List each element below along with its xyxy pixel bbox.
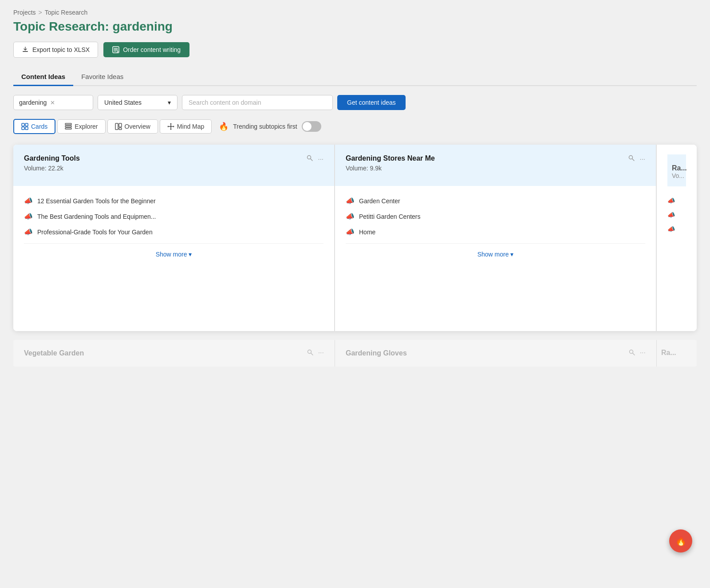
order-icon xyxy=(112,46,119,53)
domain-search-input[interactable]: Search content on domain xyxy=(182,95,333,110)
search-icon[interactable] xyxy=(628,349,635,358)
megaphone-icon: 📣 xyxy=(24,212,33,221)
svg-rect-0 xyxy=(23,51,28,52)
get-content-ideas-button[interactable]: Get content ideas xyxy=(337,95,406,110)
card-actions: ··· xyxy=(306,154,323,163)
svg-rect-3 xyxy=(25,123,28,126)
svg-point-20 xyxy=(173,126,174,127)
view-tabs: Cards Explorer Overview xyxy=(13,119,697,134)
chevron-down-icon: ▾ xyxy=(168,99,171,106)
megaphone-icon: 📣 xyxy=(346,197,355,205)
svg-point-12 xyxy=(170,126,172,127)
megaphone-icon: 📣 xyxy=(667,211,675,218)
tab-favorite-ideas[interactable]: Favorite Ideas xyxy=(73,68,131,86)
megaphone-icon: 📣 xyxy=(24,197,33,205)
svg-point-14 xyxy=(170,123,171,125)
megaphone-icon: 📣 xyxy=(346,228,355,236)
clear-keyword-icon[interactable]: ✕ xyxy=(50,99,55,106)
country-select[interactable]: United States ▾ xyxy=(98,95,178,110)
card-title: Gardening Stores Near Me xyxy=(346,154,435,162)
breadcrumb-separator: > xyxy=(39,9,42,16)
list-item: 📣 12 Essential Garden Tools for the Begi… xyxy=(24,193,323,209)
search-card-icon[interactable] xyxy=(628,154,635,163)
list-item: 📣 xyxy=(667,193,686,208)
page-title: Topic Research: gardening xyxy=(13,20,697,34)
view-tab-mindmap[interactable]: Mind Map xyxy=(160,119,212,134)
card-header: Gardening Stores Near Me ··· xyxy=(346,154,645,163)
svg-line-28 xyxy=(632,353,635,355)
card-actions: ··· xyxy=(628,154,645,163)
bottom-card-partial: Ra... xyxy=(657,340,697,367)
search-icon[interactable] xyxy=(307,349,314,358)
view-tab-cards[interactable]: Cards xyxy=(13,119,55,134)
svg-point-16 xyxy=(170,129,171,130)
svg-rect-10 xyxy=(119,123,122,127)
view-tab-explorer[interactable]: Explorer xyxy=(57,119,105,134)
export-button[interactable]: Export topic to XLSX xyxy=(13,42,98,58)
toolbar: Export topic to XLSX Order content writi… xyxy=(13,42,697,58)
svg-rect-5 xyxy=(25,127,28,130)
trending-toggle-container: 🔥 Trending subtopics first xyxy=(219,121,321,132)
trending-toggle-switch[interactable] xyxy=(302,121,321,132)
fire-icon: 🔥 xyxy=(219,122,229,131)
card-title: Gardening Tools xyxy=(24,154,80,162)
show-more-button[interactable]: Show more ▾ xyxy=(346,243,645,265)
svg-point-18 xyxy=(167,126,169,127)
svg-rect-11 xyxy=(119,128,122,130)
export-icon xyxy=(22,46,29,53)
bottom-card-title: Vegetable Garden xyxy=(24,349,84,357)
svg-rect-8 xyxy=(65,128,71,129)
bottom-card-vegetable: Vegetable Garden ··· xyxy=(13,340,335,367)
card-items: 📣 Garden Center 📣 Petitti Garden Centers… xyxy=(346,186,645,240)
bottom-card-gloves: Gardening Gloves ··· xyxy=(335,340,656,367)
list-item: 📣 xyxy=(667,208,686,222)
tab-content-ideas[interactable]: Content Ideas xyxy=(13,68,73,86)
explorer-icon xyxy=(65,123,72,130)
show-more-button[interactable]: Show more ▾ xyxy=(24,243,323,265)
breadcrumb-root[interactable]: Projects xyxy=(13,9,36,16)
svg-line-26 xyxy=(311,353,313,355)
breadcrumb-current: Topic Research xyxy=(45,9,88,16)
mindmap-icon xyxy=(167,123,174,130)
cards-icon xyxy=(21,123,28,130)
order-content-button[interactable]: Order content writing xyxy=(103,42,189,57)
partial-card-volume: Vo... xyxy=(672,172,682,179)
list-item: 📣 Garden Center xyxy=(346,193,645,209)
list-item: 📣 Petitti Garden Centers xyxy=(346,209,645,224)
breadcrumb: Projects > Topic Research xyxy=(13,9,697,16)
partial-card-title: Ra... xyxy=(672,164,682,172)
more-options-icon[interactable]: ··· xyxy=(640,349,646,358)
search-bar: gardening ✕ United States ▾ Search conte… xyxy=(13,95,697,110)
search-card-icon[interactable] xyxy=(306,154,313,163)
keyword-input[interactable]: gardening ✕ xyxy=(13,95,93,110)
svg-line-24 xyxy=(632,159,635,161)
svg-line-22 xyxy=(311,159,313,161)
more-options-icon[interactable]: ··· xyxy=(318,349,324,358)
main-tabs: Content Ideas Favorite Ideas xyxy=(13,68,697,86)
card-partial: Ra... Vo... 📣 📣 📣 xyxy=(657,145,697,331)
overview-icon xyxy=(115,123,122,130)
cards-container: Gardening Tools ··· Volume: 22.2k xyxy=(13,145,697,331)
megaphone-icon: 📣 xyxy=(24,228,33,236)
card-items: 📣 12 Essential Garden Tools for the Begi… xyxy=(24,186,323,240)
megaphone-icon: 📣 xyxy=(667,197,675,204)
card-gardening-stores: Gardening Stores Near Me ··· Volume: 9.9… xyxy=(335,145,656,331)
card-header: Gardening Tools ··· xyxy=(24,154,323,163)
svg-rect-4 xyxy=(22,127,24,130)
card-volume: Volume: 9.9k xyxy=(346,165,645,172)
svg-rect-7 xyxy=(65,126,71,127)
fab-fire-button[interactable]: 🔥 xyxy=(669,529,692,552)
svg-rect-2 xyxy=(22,123,24,126)
more-options-icon[interactable]: ··· xyxy=(639,155,645,162)
svg-rect-9 xyxy=(115,123,118,130)
bottom-partial-title: Ra... xyxy=(661,349,676,356)
megaphone-icon: 📣 xyxy=(346,212,355,221)
megaphone-icon: 📣 xyxy=(667,225,675,233)
bottom-card-title: Gardening Gloves xyxy=(346,349,407,357)
view-tab-overview[interactable]: Overview xyxy=(107,119,158,134)
list-item: 📣 Home xyxy=(346,224,645,240)
card-volume: Volume: 22.2k xyxy=(24,165,323,172)
list-item: 📣 Professional-Grade Tools for Your Gard… xyxy=(24,224,323,240)
more-options-icon[interactable]: ··· xyxy=(318,155,323,162)
list-item: 📣 The Best Gardening Tools and Equipmen.… xyxy=(24,209,323,224)
